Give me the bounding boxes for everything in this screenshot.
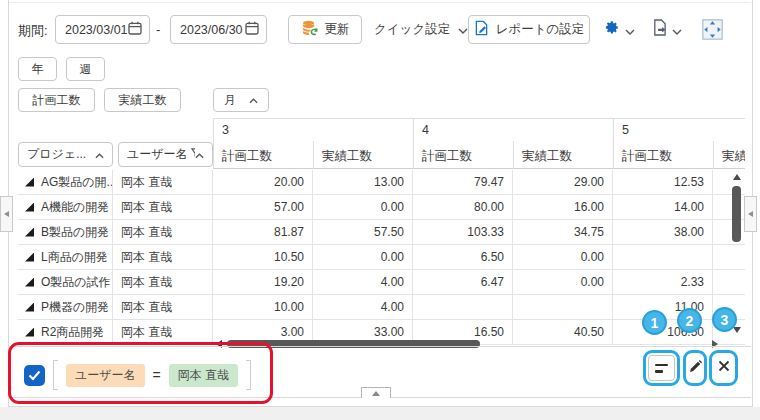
project-cell: AG製品の開... (18, 170, 113, 194)
filter-list-button[interactable] (643, 350, 680, 386)
settings-gear-dropdown[interactable] (603, 15, 635, 44)
value-cell: 81.87 (213, 220, 313, 244)
value-cell: 0.00 (513, 270, 613, 294)
user-cell: 岡本 直哉 (113, 170, 213, 194)
value-cell: 29.00 (513, 170, 613, 194)
bracket-left (53, 360, 58, 390)
value-cell: 6.50 (413, 245, 513, 269)
user-cell: 岡本 直哉 (113, 270, 213, 294)
user-header-button[interactable]: ユーザー名 (118, 142, 213, 167)
user-cell: 岡本 直哉 (113, 320, 213, 344)
value-cell: 2.33 (613, 270, 713, 294)
quick-settings-dropdown[interactable]: クイック設定 (374, 15, 468, 44)
value-cell: 10.50 (213, 245, 313, 269)
value-cell: 10.00 (213, 295, 313, 319)
value-cell: 79.47 (413, 170, 513, 194)
chevron-up-icon (372, 391, 380, 396)
expand-fullscreen-icon[interactable] (702, 19, 723, 44)
chevron-down-icon (625, 21, 635, 39)
date-from-input[interactable]: 2023/03/01 (55, 15, 150, 44)
panel-top-border (9, 2, 751, 3)
vertical-scrollbar-thumb[interactable] (732, 186, 741, 242)
filter-edit-button[interactable] (683, 350, 707, 386)
report-settings-label: レポートの設定 (496, 21, 585, 38)
report-window: 期間: 2023/03/01 - 2023/06/30 更新 クイック設定 レポ… (0, 0, 760, 420)
value-cell: 20.00 (213, 170, 313, 194)
date-to-input[interactable]: 2023/06/30 (170, 15, 267, 44)
document-export-icon (652, 19, 667, 40)
expand-triangle-icon[interactable] (25, 253, 34, 262)
measure-header: 実績工数 (313, 141, 413, 169)
filter-enabled-checkbox[interactable] (24, 365, 45, 386)
chevron-up-icon (95, 148, 104, 162)
calendar-icon[interactable] (245, 21, 259, 38)
update-button[interactable]: 更新 (288, 15, 362, 44)
expand-triangle-icon[interactable] (25, 303, 34, 312)
filter-value-badge[interactable]: 岡本 直哉 (169, 364, 238, 387)
project-cell: L商品の開発 (18, 245, 113, 269)
field-planned-hours-button[interactable]: 計画工数 (18, 88, 95, 112)
table-row[interactable]: L商品の開発 岡本 直哉 10.50 0.00 6.50 0.00 (18, 245, 745, 270)
checkmark-icon (28, 370, 41, 381)
export-dropdown[interactable] (652, 15, 682, 44)
user-cell: 岡本 直哉 (113, 220, 213, 244)
value-cell: 12.53 (613, 170, 713, 194)
window-bottom-strip (0, 407, 760, 420)
measure-header: 計画工数 (213, 141, 313, 169)
chevron-left-icon (748, 211, 753, 217)
left-panel-collapse-tab[interactable] (0, 196, 13, 232)
field-actual-hours-button[interactable]: 実績工数 (104, 88, 181, 112)
gear-icon (603, 19, 620, 40)
scroll-down-arrow[interactable] (733, 327, 741, 333)
field-year-button[interactable]: 年 (18, 57, 57, 81)
field-month-label: 月 (224, 92, 236, 109)
expand-triangle-icon[interactable] (25, 203, 34, 212)
month-group-3: 3 (213, 118, 413, 142)
expand-triangle-icon[interactable] (25, 278, 34, 287)
field-month-button[interactable]: 月 (213, 88, 269, 112)
project-header-button[interactable]: プロジェ... (18, 142, 113, 167)
pencil-icon (688, 359, 703, 378)
field-actual-label: 実績工数 (119, 92, 167, 109)
filter-close-button[interactable] (709, 350, 738, 386)
value-cell: 34.75 (513, 220, 613, 244)
project-cell: O製品の試作 (18, 270, 113, 294)
callout-1: 1 (642, 310, 667, 335)
calendar-icon[interactable] (128, 21, 142, 38)
range-separator: - (156, 22, 160, 37)
chevron-down-icon (458, 23, 468, 37)
quick-settings-label: クイック設定 (374, 21, 450, 38)
chevron-left-icon (4, 211, 9, 217)
value-cell: 0.00 (513, 245, 613, 269)
value-cell: 4.00 (313, 270, 413, 294)
field-week-button[interactable]: 週 (66, 57, 105, 81)
table-row[interactable]: P機器の開発 岡本 直哉 10.00 4.00 11.00 (18, 295, 745, 320)
expand-triangle-icon[interactable] (25, 328, 34, 337)
chevron-up-icon (195, 148, 204, 162)
user-cell: 岡本 直哉 (113, 295, 213, 319)
table-row[interactable]: O製品の試作 岡本 直哉 19.20 4.00 6.47 0.00 2.33 (18, 270, 745, 295)
value-cell: 4.00 (313, 295, 413, 319)
value-cell: 14.00 (613, 195, 713, 219)
expand-triangle-icon[interactable] (25, 228, 34, 237)
table-row[interactable]: B製品の開発 岡本 直哉 81.87 57.50 103.33 34.75 38… (18, 220, 745, 245)
document-pen-icon (474, 20, 489, 39)
table-row[interactable]: AG製品の開... 岡本 直哉 20.00 13.00 79.47 29.00 … (18, 170, 745, 195)
filter-field-badge[interactable]: ユーザー名 (66, 364, 145, 387)
measure-header-clipped: 実績工数 (713, 141, 745, 169)
expand-triangle-icon[interactable] (25, 178, 34, 187)
report-settings-button[interactable]: レポートの設定 (468, 15, 590, 44)
measure-header: 計画工数 (413, 141, 513, 169)
scroll-up-arrow[interactable] (733, 174, 741, 180)
value-cell: 103.33 (413, 220, 513, 244)
right-panel-collapse-tab[interactable] (744, 196, 757, 232)
value-cell (513, 295, 613, 319)
filter-operator[interactable]: = (153, 367, 161, 383)
field-year-label: 年 (32, 61, 44, 78)
table-row[interactable]: A機能の開発 岡本 直哉 57.00 0.00 80.00 16.00 14.0… (18, 195, 745, 220)
database-refresh-icon (301, 20, 318, 39)
bottom-panel-collapse-tab[interactable] (361, 387, 391, 398)
value-cell-clipped (713, 270, 745, 294)
value-cell: 57.00 (213, 195, 313, 219)
callout-2: 2 (677, 308, 702, 333)
